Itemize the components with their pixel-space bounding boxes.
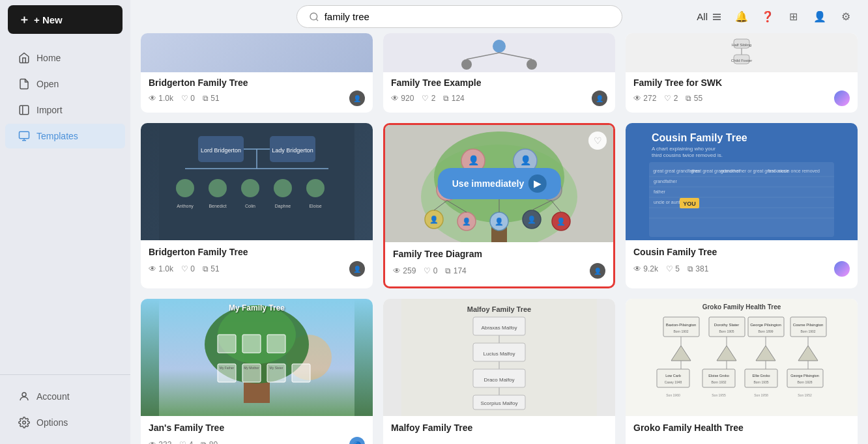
svg-text:uncle or aunt: uncle or aunt (654, 200, 680, 204)
malfoy-card[interactable]: Malfoy Family Tree Abraxas Malfoy Lucius… (383, 299, 615, 444)
svg-text:Lord Bridgerton: Lord Bridgerton (201, 147, 241, 154)
help-icon[interactable]: ❓ (759, 8, 777, 26)
family-diagram-info: Family Tree Diagram 👁 259 ♡ 0 ⧉ 174 👤 (385, 242, 613, 286)
svg-text:My Family Tree: My Family Tree (229, 303, 285, 312)
sidebar-item-account[interactable]: Account (5, 384, 125, 409)
svg-text:Casey 1948: Casey 1948 (665, 380, 682, 384)
family-example-stats: 👁 920 ♡ 2 ⧉ 124 (391, 94, 465, 103)
sidebar-item-templates[interactable]: Templates (5, 124, 125, 148)
svg-text:Colin: Colin (245, 204, 255, 208)
svg-point-32 (241, 179, 259, 197)
notification-icon[interactable]: 🔔 (732, 8, 751, 26)
svg-rect-146 (657, 369, 689, 387)
svg-text:Cousin Family Tree: Cousin Family Tree (652, 132, 747, 143)
jans-tree-info: Jan's Family Tree 👁 233 ♡ 4 ⧉ 80 🔵 (141, 416, 373, 444)
sidebar-item-open[interactable]: Open (5, 72, 125, 96)
sidebar-item-import[interactable]: Import (5, 98, 125, 122)
svg-point-34 (306, 179, 325, 197)
svg-text:Born 1928: Born 1928 (797, 380, 812, 384)
svg-rect-152 (745, 369, 777, 387)
svg-rect-99 (267, 335, 285, 353)
ct-stats: 👁 9.2k ♡ 5 ⧉ 381 (633, 264, 708, 273)
bridgerton-stats: 👁 1.0k ♡ 0 ⧉ 51 (149, 94, 220, 103)
health-tree-card[interactable]: Groko Family Health Tree Baxton-Pilsingt… (626, 299, 858, 444)
malfoy-title: Malfoy Family Tree (391, 423, 607, 433)
svg-text:Born 1902: Born 1902 (800, 329, 815, 333)
cousin-tree-card[interactable]: Cousin Family Tree A chart explaining wh… (626, 123, 858, 288)
svg-text:Draco Malfoy: Draco Malfoy (484, 377, 514, 383)
jans-tree-card[interactable]: My Family Tree My Father My Mother My Si… (141, 299, 373, 444)
malfoy-info: Malfoy Family Tree (383, 416, 615, 444)
svg-rect-98 (242, 335, 261, 353)
svg-text:Malfoy Family Tree: Malfoy Family Tree (467, 305, 531, 313)
fd-copies: ⧉ 174 (445, 266, 466, 275)
content-area: Bridgerton Family Tree 👁 1.0k ♡ 0 ⧉ 51 👤 (130, 33, 868, 444)
jt-avatar: 🔵 (349, 437, 365, 444)
svg-text:Born 1902: Born 1902 (673, 329, 688, 333)
partial-top-row: Bridgerton Family Tree 👁 1.0k ♡ 0 ⧉ 51 👤 (141, 33, 858, 113)
fe-likes: ♡ 2 (422, 94, 435, 103)
sidebar-item-home-label: Home (36, 53, 61, 63)
fd-stats: 👁 259 ♡ 0 ⧉ 174 (393, 266, 467, 275)
fd-likes: ♡ 0 (424, 266, 437, 275)
svg-text:Son 1952: Son 1952 (798, 393, 812, 397)
svg-text:Child Foster: Child Foster (731, 59, 752, 62)
svg-line-8 (316, 19, 318, 21)
bridgerton-info: Bridgerton Family Tree 👁 1.0k ♡ 0 ⧉ 51 👤 (141, 240, 373, 284)
profile-icon[interactable]: 👤 (811, 8, 829, 26)
templates-grid: Lord Bridgerton Lady Bridgerton Anthony … (141, 123, 858, 444)
svg-text:Ellie Groko: Ellie Groko (753, 374, 770, 378)
search-bar (297, 5, 622, 28)
family-diagram-card[interactable]: 👤 👤 👤 👤 👤 👤 👤 👤 👤 👤 ♡ (383, 123, 615, 288)
partial-card-1[interactable]: Bridgerton Family Tree 👁 1.0k ♡ 0 ⧉ 51 👤 (141, 33, 373, 113)
bridgerton-card[interactable]: Lord Bridgerton Lady Bridgerton Anthony … (141, 123, 373, 288)
use-immediately-button[interactable]: Use immediately ▶ (438, 168, 561, 199)
sidebar-item-home[interactable]: Home (5, 46, 125, 70)
svg-text:third cousins twice removed is: third cousins twice removed is. (652, 152, 723, 158)
svg-text:Son 1955: Son 1955 (712, 393, 726, 397)
swk-likes: ♡ 2 (664, 94, 678, 103)
sidebar-item-options-label: Options (36, 417, 68, 428)
family-diagram-thumb: 👤 👤 👤 👤 👤 👤 👤 👤 👤 👤 ♡ (385, 125, 613, 242)
bridgerton-likes: ♡ 0 (181, 94, 195, 103)
svg-point-6 (23, 421, 26, 424)
svg-text:A chart explaining who your: A chart explaining who your (652, 146, 716, 152)
svg-text:My Mother: My Mother (244, 366, 259, 370)
svg-text:Son 1960: Son 1960 (666, 393, 680, 397)
swk-thumb: Half Sibling Child Foster (626, 33, 858, 72)
svg-text:Abraxas Malfoy: Abraxas Malfoy (481, 325, 517, 331)
svg-text:Born 1905: Born 1905 (719, 329, 734, 333)
search-input[interactable] (325, 11, 610, 22)
svg-text:first cousin once removed: first cousin once removed (768, 169, 820, 173)
family-tree-swk-card[interactable]: Half Sibling Child Foster Family Tree fo… (626, 33, 858, 113)
sidebar-item-account-label: Account (36, 391, 70, 402)
templates-icon (18, 130, 30, 142)
heart-icon[interactable]: ♡ (588, 132, 607, 150)
family-diagram-meta: 👁 259 ♡ 0 ⧉ 174 👤 (393, 263, 605, 279)
new-button[interactable]: ＋ + New (8, 5, 123, 34)
bridgerton-copies: ⧉ 51 (203, 94, 220, 103)
all-filter-button[interactable]: All (697, 11, 722, 22)
svg-text:👤: 👤 (527, 215, 536, 224)
svg-text:My Sister: My Sister (270, 366, 283, 370)
all-label: All (697, 11, 708, 22)
svg-rect-2 (20, 132, 29, 139)
fe-copies: ⧉ 124 (443, 94, 464, 103)
use-immediately-label: Use immediately (452, 178, 525, 189)
svg-text:👤: 👤 (557, 217, 566, 226)
swk-avatar (834, 90, 850, 106)
svg-text:Born 1899: Born 1899 (758, 329, 773, 333)
bridgerton-card-meta: 👁 1.0k ♡ 0 ⧉ 51 👤 (149, 261, 365, 277)
apps-icon[interactable]: ⊞ (785, 8, 803, 26)
family-tree-example-card[interactable]: Family Tree Example 👁 920 ♡ 2 ⧉ 124 👤 (383, 33, 615, 113)
jans-viz: My Family Tree My Father My Mother My Si… (141, 299, 373, 416)
svg-line-16 (499, 53, 532, 59)
svg-text:👤: 👤 (520, 155, 532, 166)
settings-icon[interactable]: ⚙ (837, 8, 855, 26)
svg-point-7 (310, 13, 317, 20)
sidebar-item-options[interactable]: Options (5, 410, 125, 435)
fe-views: 👁 920 (391, 94, 414, 103)
svg-text:Scorpius Malfoy: Scorpius Malfoy (481, 400, 518, 406)
main-content: All 🔔 ❓ ⊞ 👤 ⚙ Bridgerton Family Tree 👁 (130, 0, 868, 444)
bridgerton-meta: 👁 1.0k ♡ 0 ⧉ 51 👤 (141, 90, 373, 113)
